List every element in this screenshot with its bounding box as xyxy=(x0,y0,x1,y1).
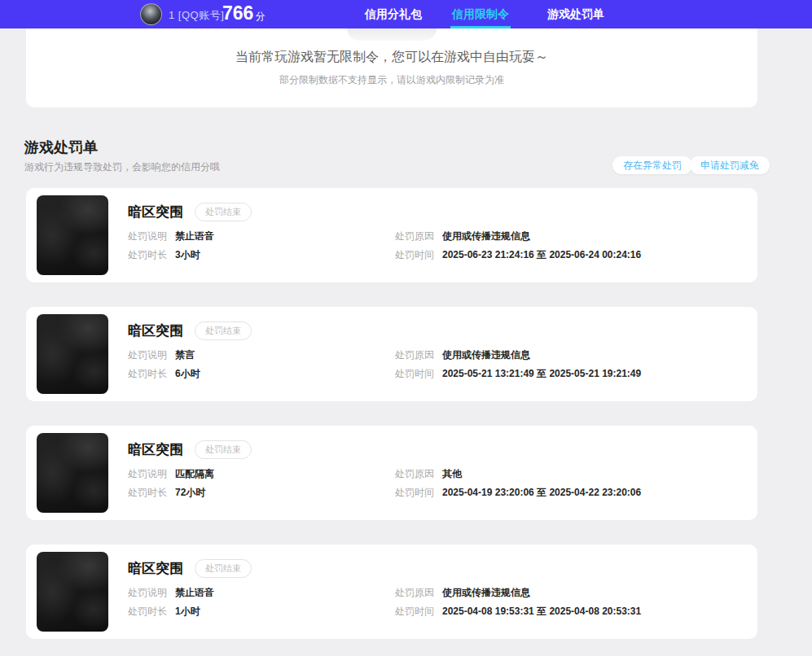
penalty-card: 暗区突围 处罚结束 处罚说明 禁言 处罚原因 使用或传播违规信息 处罚时长 6小… xyxy=(26,307,757,401)
penalty-duration-label: 处罚时长 xyxy=(128,249,167,260)
game-title: 暗区突围 xyxy=(128,440,183,459)
game-thumbnail xyxy=(37,195,108,275)
penalty-desc-label: 处罚说明 xyxy=(128,230,167,242)
credit-score-unit: 分 xyxy=(255,10,265,24)
game-title: 暗区突围 xyxy=(128,203,183,221)
penalty-desc-label: 处罚说明 xyxy=(128,349,167,361)
penalty-card: 暗区突围 处罚结束 处罚说明 禁止语音 处罚原因 使用或传播违规信息 处罚时长 … xyxy=(26,188,757,282)
tab-credit-restriction[interactable]: 信用限制令 xyxy=(448,0,513,28)
penalty-reason-label: 处罚原因 xyxy=(395,349,434,361)
penalty-time-label: 处罚时间 xyxy=(395,368,434,379)
penalty-reason-value: 使用或传播违规信息 xyxy=(442,587,530,598)
game-thumbnail xyxy=(37,433,108,513)
status-badge: 处罚结束 xyxy=(195,440,252,459)
penalty-reason-label: 处罚原因 xyxy=(395,230,434,242)
penalty-duration-label: 处罚时长 xyxy=(128,606,167,617)
game-thumbnail xyxy=(37,552,108,632)
status-badge: 处罚结束 xyxy=(195,321,252,340)
penalty-desc-value: 匹配隔离 xyxy=(175,468,214,479)
penalty-desc-label: 处罚说明 xyxy=(128,468,167,479)
penalty-reason-label: 处罚原因 xyxy=(395,468,434,479)
notice-sub-text: 部分限制数据不支持显示，请以游戏内限制记录为准 xyxy=(26,73,757,87)
game-thumbnail xyxy=(37,314,108,394)
penalty-time-value: 2025-06-23 21:24:16 至 2025-06-24 00:24:1… xyxy=(442,249,641,260)
penalty-time-label: 处罚时间 xyxy=(395,249,434,260)
notice-main-text: 当前常玩游戏暂无限制令，您可以在游戏中自由玩耍～ xyxy=(26,49,757,66)
penalty-time-value: 2025-05-21 13:21:49 至 2025-05-21 19:21:4… xyxy=(442,368,641,379)
top-navigation-bar: 1 [QQ账号] 766 分 信用分礼包 信用限制令 游戏处罚单 xyxy=(0,0,812,28)
abnormal-penalty-button[interactable]: 存在异常处罚 xyxy=(612,156,692,174)
penalty-time-value: 2025-04-08 19:53:31 至 2025-04-08 20:53:3… xyxy=(442,606,641,617)
penalty-duration-value: 72小时 xyxy=(175,487,205,498)
account-label: 1 [QQ账号] xyxy=(169,8,224,23)
penalty-duration-value: 6小时 xyxy=(175,368,200,379)
penalty-reason-value: 使用或传播违规信息 xyxy=(442,230,530,242)
penalty-desc-value: 禁止语音 xyxy=(175,230,214,242)
penalty-duration-value: 1小时 xyxy=(175,606,200,617)
penalty-card: 暗区突围 处罚结束 处罚说明 匹配隔离 处罚原因 其他 处罚时长 72小时 处罚… xyxy=(26,426,757,520)
penalty-duration-label: 处罚时长 xyxy=(128,487,167,498)
penalty-time-label: 处罚时间 xyxy=(395,606,434,617)
game-title: 暗区突围 xyxy=(128,321,183,340)
penalty-time-value: 2025-04-19 23:20:06 至 2025-04-22 23:20:0… xyxy=(442,487,641,498)
penalty-desc-value: 禁止语音 xyxy=(175,587,214,598)
page-title: 游戏处罚单 xyxy=(24,138,98,157)
tab-credit-gift[interactable]: 信用分礼包 xyxy=(361,0,426,28)
penalty-duration-value: 3小时 xyxy=(175,249,200,260)
tab-game-penalty[interactable]: 游戏处罚单 xyxy=(546,0,606,28)
user-avatar[interactable] xyxy=(140,3,162,25)
restriction-notice-card: 当前常玩游戏暂无限制令，您可以在游戏中自由玩耍～ 部分限制数据不支持显示，请以游… xyxy=(26,28,757,107)
shield-illustration-bottom xyxy=(347,28,437,41)
penalty-desc-label: 处罚说明 xyxy=(128,587,167,598)
penalty-time-label: 处罚时间 xyxy=(395,487,434,498)
penalty-duration-label: 处罚时长 xyxy=(128,368,167,379)
credit-score-value: 766 xyxy=(222,2,253,24)
penalty-reason-label: 处罚原因 xyxy=(395,587,434,598)
credit-score: 766 分 xyxy=(222,2,265,24)
penalty-relief-button[interactable]: 申请处罚减免 xyxy=(690,156,770,174)
penalty-desc-value: 禁言 xyxy=(175,349,195,361)
game-title: 暗区突围 xyxy=(128,559,183,578)
penalty-card: 暗区突围 处罚结束 处罚说明 禁止语音 处罚原因 使用或传播违规信息 处罚时长 … xyxy=(26,544,757,639)
page-subtitle: 游戏行为违规导致处罚，会影响您的信用分哦 xyxy=(24,160,220,174)
status-badge: 处罚结束 xyxy=(195,203,252,221)
status-badge: 处罚结束 xyxy=(195,559,252,578)
penalty-reason-value: 其他 xyxy=(442,468,462,479)
penalty-reason-value: 使用或传播违规信息 xyxy=(442,349,530,361)
